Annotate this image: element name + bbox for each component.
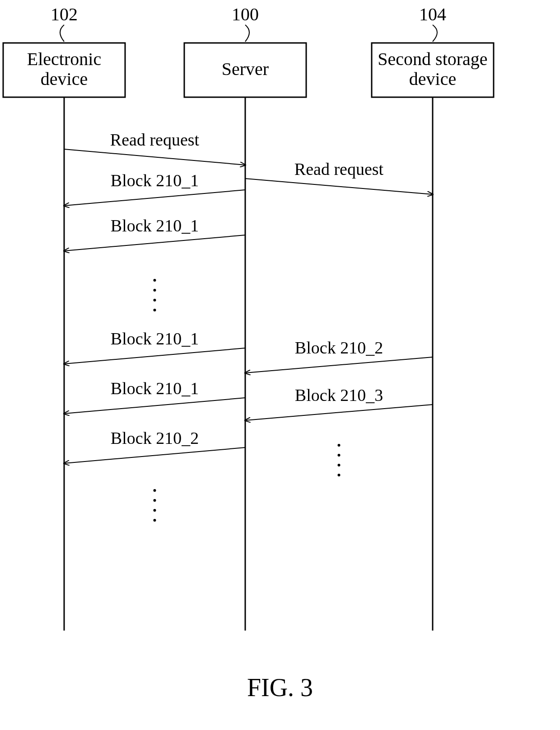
sequence-diagram: 102Electronicdevice100Server104Second st… [0,0,560,730]
vdots-icon [154,519,156,522]
message-label: Block 210_1 [111,329,199,348]
vdots-icon [338,474,341,476]
message-arrow [64,149,245,165]
lifeline-label-storage: device [409,69,456,89]
vdots-icon [154,309,156,311]
vdots-icon [154,299,156,301]
message-label: Block 210_1 [111,379,199,398]
figure-caption: FIG. 3 [247,673,313,702]
message-label: Block 210_3 [295,386,383,405]
message-arrow [245,357,433,373]
message-label: Block 210_2 [111,429,199,447]
message-label: Read request [110,130,200,149]
lifeline-label-storage: Second storage [378,49,487,69]
vdots-icon [338,464,341,466]
message-label: Block 210_1 [111,171,199,190]
lifeline-label-electronic: device [41,69,88,89]
message-arrow [245,405,433,420]
lifeline-ref-electronic: 102 [51,4,78,24]
message-label: Read request [294,160,384,179]
message-arrow [64,190,245,206]
vdots-icon [338,444,341,447]
vdots-icon [154,489,156,492]
vdots-icon [154,279,156,282]
vdots-icon [154,509,156,512]
message-arrow [64,398,245,414]
message-label: Block 210_1 [111,216,199,235]
lifeline-ref-connector [245,25,249,42]
vdots-icon [338,454,341,457]
lifeline-ref-server: 100 [232,4,259,24]
lifeline-ref-storage: 104 [419,4,446,24]
lifeline-ref-connector [60,25,64,42]
message-arrow [245,179,433,194]
message-arrow [64,348,245,364]
vdots-icon [154,499,156,502]
message-label: Block 210_2 [295,338,383,357]
lifeline-label-electronic: Electronic [27,49,101,69]
message-arrow [64,235,245,251]
lifeline-ref-connector [433,25,437,42]
message-arrow [64,447,245,463]
lifeline-label-server: Server [222,59,269,79]
vdots-icon [154,289,156,292]
